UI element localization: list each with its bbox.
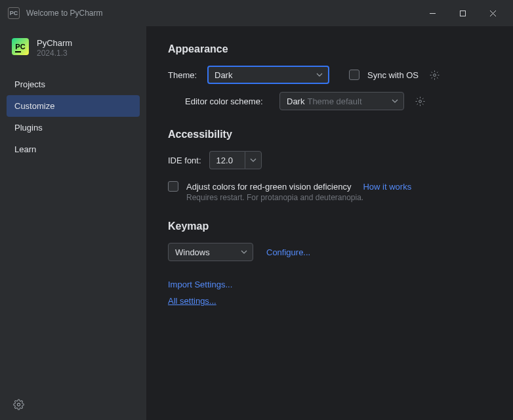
main-content: Appearance Theme: Dark Sync with OS <box>147 26 513 420</box>
chevron-down-icon <box>392 98 398 104</box>
theme-select[interactable]: Dark <box>207 66 329 84</box>
keymap-section: Keymap Windows Configure... <box>168 220 492 261</box>
ide-font-stepper[interactable] <box>245 151 262 169</box>
sync-os-gear-button[interactable] <box>426 67 442 83</box>
all-settings-link[interactable]: All settings... <box>168 296 216 306</box>
theme-label: Theme: <box>168 70 199 80</box>
editor-scheme-value: Dark <box>287 96 304 106</box>
settings-gear-button[interactable] <box>10 396 26 412</box>
adjust-colors-checkbox[interactable] <box>168 181 178 192</box>
accessibility-section: Accessibility IDE font: 12.0 Adjust colo… <box>168 129 492 202</box>
editor-scheme-label: Editor color scheme: <box>185 96 272 106</box>
svg-point-6 <box>419 100 421 102</box>
keymap-value: Windows <box>175 247 210 257</box>
chevron-down-icon <box>316 72 323 78</box>
brand-name: PyCharm <box>37 38 72 48</box>
ide-font-input[interactable]: 12.0 <box>209 151 245 169</box>
appearance-heading: Appearance <box>168 43 492 55</box>
sync-os-checkbox[interactable] <box>349 70 359 80</box>
configure-keymap-link[interactable]: Configure... <box>266 247 310 257</box>
keymap-heading: Keymap <box>168 220 492 232</box>
svg-point-5 <box>433 74 436 76</box>
editor-scheme-gear-button[interactable] <box>412 93 428 109</box>
window-title: Welcome to PyCharm <box>26 9 417 18</box>
brand-version: 2024.1.3 <box>37 49 72 58</box>
close-button[interactable] <box>478 0 508 26</box>
adjust-colors-label: Adjust colors for red-green vision defic… <box>186 182 351 192</box>
svg-point-4 <box>17 403 20 406</box>
brand: PC PyCharm 2024.1.3 <box>0 26 146 71</box>
sidebar-item-customize[interactable]: Customize <box>7 95 140 117</box>
minimize-button[interactable] <box>417 0 447 26</box>
chevron-down-icon <box>241 249 247 255</box>
maximize-button[interactable] <box>447 0 478 26</box>
sidebar-item-label: Projects <box>14 79 45 89</box>
adjust-colors-hint: Requires restart. For protanopia and deu… <box>186 193 492 202</box>
appearance-section: Appearance Theme: Dark Sync with OS <box>168 43 492 110</box>
brand-logo: PC <box>12 38 29 55</box>
accessibility-heading: Accessibility <box>168 129 492 140</box>
nav: Projects Customize Plugins Learn <box>0 71 146 163</box>
keymap-select[interactable]: Windows <box>168 243 253 261</box>
titlebar: PC Welcome to PyCharm <box>0 0 513 26</box>
import-settings-link[interactable]: Import Settings... <box>168 280 232 289</box>
theme-value: Dark <box>215 70 232 80</box>
how-it-works-link[interactable]: How it works <box>363 182 411 192</box>
sync-os-label: Sync with OS <box>367 70 419 80</box>
svg-rect-1 <box>460 10 465 16</box>
editor-scheme-placeholder: Theme default <box>307 96 361 106</box>
window-controls <box>417 0 508 26</box>
sidebar-item-projects[interactable]: Projects <box>7 74 140 95</box>
sidebar-item-plugins[interactable]: Plugins <box>7 117 140 138</box>
ide-font-label: IDE font: <box>168 156 201 165</box>
sidebar-item-label: Plugins <box>14 123 43 133</box>
sidebar-item-label: Learn <box>14 144 36 154</box>
sidebar: PC PyCharm 2024.1.3 Projects Customize P… <box>0 26 147 420</box>
sidebar-item-label: Customize <box>14 101 54 111</box>
app-icon: PC <box>8 7 20 19</box>
editor-scheme-select[interactable]: Dark Theme default <box>279 92 404 110</box>
sidebar-item-learn[interactable]: Learn <box>7 138 140 160</box>
